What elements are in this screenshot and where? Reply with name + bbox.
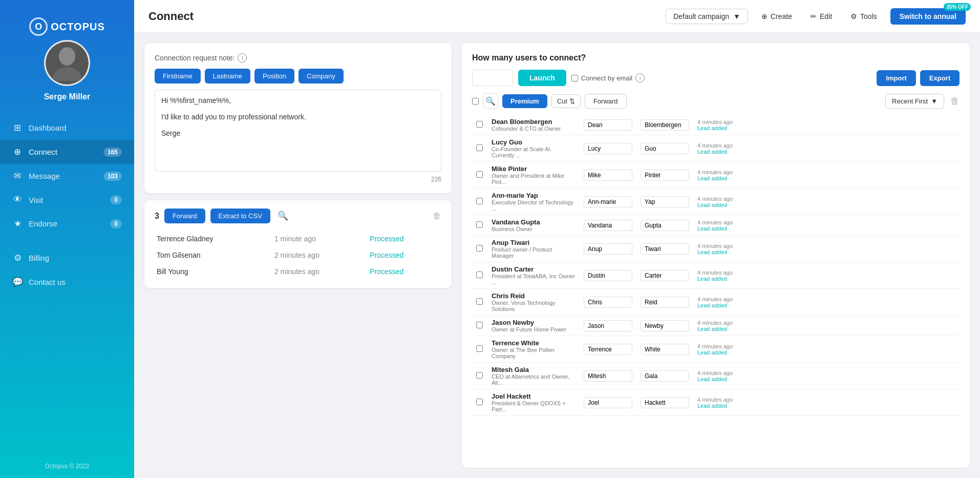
tag-lastname-button[interactable]: Lastname xyxy=(205,69,250,84)
lead-first-input-6[interactable] xyxy=(584,270,632,281)
lead-first-input-2[interactable] xyxy=(584,170,632,181)
lead-row: Mike Pinter Owner and President at Mike … xyxy=(472,162,960,189)
lead-row: Dean Bloembergen Cofounder & CTO at Owne… xyxy=(472,115,960,135)
lead-first-input-11[interactable] xyxy=(584,397,632,408)
lead-checkbox-2[interactable] xyxy=(476,171,483,178)
sidebar-item-dashboard[interactable]: ⊞ Dashboard xyxy=(0,116,134,140)
lead-last-input-7[interactable] xyxy=(641,297,689,308)
recent-first-dropdown[interactable]: Recent First ▼ xyxy=(885,94,944,109)
lead-checkbox-7[interactable] xyxy=(476,298,483,305)
sidebar-item-connect-label: Connect xyxy=(29,148,57,156)
tag-company-button[interactable]: Company xyxy=(299,69,344,84)
lead-title-4: Business Owner xyxy=(492,226,576,232)
sidebar-item-billing[interactable]: ⚙ Billing xyxy=(0,246,134,270)
lead-last-input-8[interactable] xyxy=(641,320,689,331)
filter-premium-button[interactable]: Premium xyxy=(502,94,547,108)
tag-firstname-button[interactable]: Firstname xyxy=(155,69,201,84)
lead-last-input-6[interactable] xyxy=(641,270,689,281)
filter-cut-button[interactable]: Cut ⇅ xyxy=(551,94,581,108)
queue-search-icon[interactable]: 🔍 xyxy=(278,211,288,221)
avatar xyxy=(44,40,90,86)
lead-last-input-2[interactable] xyxy=(641,170,689,181)
message-textarea[interactable]: Hi %%first_name%%, I'd like to add you t… xyxy=(155,90,441,172)
lead-title-6: President at TotalABA, Inc Owner ... xyxy=(492,273,576,285)
lead-row: Ann-marie Yap Executive Director of Tech… xyxy=(472,189,960,215)
lead-first-input-5[interactable] xyxy=(584,243,632,255)
lead-time-11: 4 minutes ago xyxy=(697,397,955,403)
forward-queue-button[interactable]: Forward xyxy=(164,209,205,223)
lead-last-input-5[interactable] xyxy=(641,243,689,255)
sidebar-item-contact-us[interactable]: 💬 Contact us xyxy=(0,270,134,294)
lead-checkbox-11[interactable] xyxy=(476,399,483,405)
tools-button[interactable]: ⚙ Tools xyxy=(845,9,882,24)
lead-time-7: 4 minutes ago xyxy=(697,296,955,302)
create-button[interactable]: ⊕ Create xyxy=(756,9,797,24)
connect-email-label[interactable]: Connect by email i xyxy=(571,73,645,82)
main-content: Connect Default campaign ▼ ⊕ Create ✏ Ed… xyxy=(134,0,980,478)
lead-time-3: 4 minutes ago xyxy=(697,196,955,202)
export-button[interactable]: Export xyxy=(920,70,960,86)
lead-checkbox-3[interactable] xyxy=(476,198,483,204)
select-all-checkbox[interactable] xyxy=(472,98,479,105)
lead-checkbox-8[interactable] xyxy=(476,322,483,328)
lead-first-input-4[interactable] xyxy=(584,220,632,231)
edit-label: Edit xyxy=(820,12,832,20)
lead-first-input-1[interactable] xyxy=(584,143,632,154)
lead-time-4: 4 minutes ago xyxy=(697,219,955,225)
queue-time-2: 2 minutes ago xyxy=(272,263,368,280)
lead-first-input-3[interactable] xyxy=(584,196,632,207)
lead-first-input-8[interactable] xyxy=(584,320,632,331)
users-count-input[interactable] xyxy=(472,70,513,86)
tag-position-button[interactable]: Position xyxy=(254,69,294,84)
info-icon[interactable]: i xyxy=(238,53,247,63)
lead-checkbox-10[interactable] xyxy=(476,372,483,379)
sidebar-item-message[interactable]: ✉ Message 103 xyxy=(0,164,134,188)
lead-first-input-7[interactable] xyxy=(584,297,632,308)
connection-note-box: Connection request note: i Firstname Las… xyxy=(144,43,452,193)
lead-last-input-4[interactable] xyxy=(641,220,689,231)
sidebar-item-visit[interactable]: 👁 Visit 0 xyxy=(0,188,134,212)
lead-last-input-3[interactable] xyxy=(641,196,689,207)
lead-checkbox-0[interactable] xyxy=(476,121,483,128)
lead-first-input-0[interactable] xyxy=(584,119,632,131)
lead-first-input-9[interactable] xyxy=(584,344,632,355)
email-info-icon[interactable]: i xyxy=(635,73,645,82)
filter-forward-button[interactable]: Forward xyxy=(585,94,627,109)
import-button[interactable]: Import xyxy=(877,70,915,86)
lead-name-10: Mitesh Gala xyxy=(492,366,576,373)
edit-button[interactable]: ✏ Edit xyxy=(805,9,837,24)
right-top-row: How many users to connect? xyxy=(472,53,960,63)
lead-last-input-1[interactable] xyxy=(641,143,689,154)
lead-last-input-11[interactable] xyxy=(641,397,689,408)
sidebar-item-connect[interactable]: ⊕ Connect 165 xyxy=(0,140,134,164)
lead-checkbox-5[interactable] xyxy=(476,245,483,252)
visit-icon: 👁 xyxy=(12,195,23,205)
lead-first-input-10[interactable] xyxy=(584,370,632,382)
filter-search-icon[interactable]: 🔍 xyxy=(483,93,498,109)
lead-row: Dustin Carter President at TotalABA, Inc… xyxy=(472,262,960,289)
svg-point-1 xyxy=(53,67,81,81)
table-row: Bill Young 2 minutes ago Processed xyxy=(155,263,441,280)
lead-checkbox-6[interactable] xyxy=(476,272,483,278)
queue-delete-icon[interactable]: 🗑 xyxy=(433,211,441,221)
sidebar-item-endorse[interactable]: ★ Endorse 0 xyxy=(0,212,134,236)
extract-csv-button[interactable]: Extract to CSV xyxy=(210,209,270,223)
lead-last-input-0[interactable] xyxy=(641,119,689,131)
connect-email-checkbox[interactable] xyxy=(571,75,578,81)
lead-checkbox-1[interactable] xyxy=(476,144,483,151)
lead-checkbox-9[interactable] xyxy=(476,345,483,352)
launch-button[interactable]: Launch xyxy=(518,70,566,86)
switch-annual-button[interactable]: 35% OFF Switch to annual xyxy=(890,8,966,25)
lead-last-input-10[interactable] xyxy=(641,370,689,382)
lead-last-input-9[interactable] xyxy=(641,344,689,355)
lead-checkbox-4[interactable] xyxy=(476,221,483,228)
lead-name-9: Terrence White xyxy=(492,339,576,347)
connection-note-label: Connection request note: i xyxy=(155,53,441,63)
campaign-dropdown[interactable]: Default campaign ▼ xyxy=(666,9,748,24)
lead-title-0: Cofounder & CTO at Owner xyxy=(492,126,576,132)
svg-point-0 xyxy=(59,47,75,66)
message-badge: 103 xyxy=(103,172,122,181)
filter-delete-icon[interactable]: 🗑 xyxy=(950,96,960,107)
create-label: Create xyxy=(771,12,792,20)
right-panel: How many users to connect? Launch Connec… xyxy=(462,43,970,468)
